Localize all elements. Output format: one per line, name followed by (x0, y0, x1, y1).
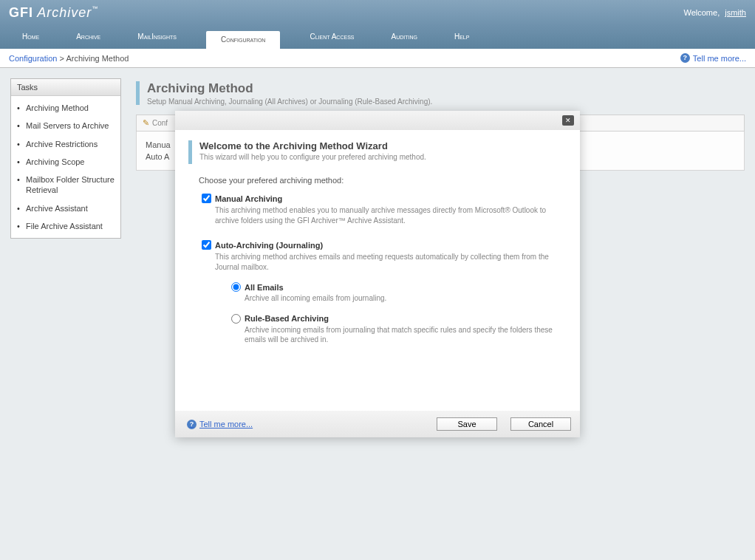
accent-bar (136, 81, 140, 105)
cancel-button[interactable]: Cancel (510, 417, 571, 431)
wizard-titlebar: ✕ (175, 111, 580, 130)
archiving-method-wizard: ✕ Welcome to the Archiving Method Wizard… (175, 111, 580, 437)
help-icon: ? (680, 53, 690, 63)
checkbox-manual-archiving[interactable] (202, 194, 211, 203)
main-nav: Home Archive MailInsights Configuration … (0, 25, 755, 49)
desc-rule-based: Archive incoming emails from journaling … (231, 325, 567, 345)
help-icon: ? (187, 420, 197, 429)
label-all-emails: All Emails (245, 283, 284, 292)
desc-auto-archiving: This archiving method archives emails an… (202, 252, 567, 272)
nav-home[interactable]: Home (15, 30, 47, 44)
sub-option-all-emails: All Emails Archive all incoming emails f… (231, 282, 567, 304)
breadcrumb-root[interactable]: Configuration (9, 54, 57, 63)
sidebar-item-file-archive-assistant[interactable]: File Archive Assistant (11, 217, 120, 235)
sidebar-title: Tasks (11, 79, 120, 96)
logo-brand: GFI (9, 5, 33, 20)
desc-all-emails: Archive all incoming emails from journal… (231, 293, 567, 304)
radio-all-emails[interactable] (231, 282, 241, 292)
sidebar-item-archiving-method[interactable]: Archiving Method (11, 99, 120, 117)
nav-auditing[interactable]: Auditing (383, 30, 424, 44)
wizard-body: Welcome to the Archiving Method Wizard T… (175, 130, 580, 411)
trademark: ™ (92, 5, 98, 12)
desc-manual-archiving: This archiving method enables you to man… (202, 205, 567, 225)
checkbox-auto-archiving[interactable] (202, 240, 211, 250)
label-rule-based: Rule-Based Archiving (245, 314, 329, 323)
nav-configuration[interactable]: Configuration (206, 31, 280, 49)
page-header: Archiving Method Setup Manual Archiving,… (136, 81, 745, 106)
label-auto-archiving: Auto-Archiving (Journaling) (215, 241, 323, 250)
logo-product: Archiver (33, 5, 92, 20)
app-header: GFI Archiver™ Welcome, jsmith (0, 0, 755, 25)
welcome-text: Welcome, jsmith (684, 8, 747, 17)
page-title: Archiving Method (147, 81, 432, 96)
sub-option-rule-based: Rule-Based Archiving Archive incoming em… (231, 314, 567, 345)
breadcrumb-current: Archiving Method (66, 54, 129, 63)
wizard-footer: ? Tell me more... Save Cancel (175, 411, 580, 437)
nav-mailinsights[interactable]: MailInsights (130, 30, 184, 44)
breadcrumb: Configuration > Archiving Method ? Tell … (0, 49, 755, 68)
close-icon[interactable]: ✕ (562, 115, 574, 126)
nav-help[interactable]: Help (447, 30, 476, 44)
wizard-subtitle: This wizard will help you to configure y… (199, 153, 426, 161)
header-tell-me-more-link[interactable]: ? Tell me more... (680, 53, 746, 63)
logo: GFI Archiver™ (9, 5, 98, 21)
username-link[interactable]: jsmith (725, 8, 746, 17)
page-subtitle: Setup Manual Archiving, Journaling (All … (147, 98, 432, 106)
sidebar-item-mail-servers[interactable]: Mail Servers to Archive (11, 117, 120, 134)
wizard-title: Welcome to the Archiving Method Wizard (199, 140, 426, 151)
nav-client-access[interactable]: Client Access (302, 30, 361, 44)
sidebar-item-archive-assistant[interactable]: Archive Assistant (11, 199, 120, 217)
sidebar-item-archive-restrictions[interactable]: Archive Restrictions (11, 135, 120, 153)
sidebar-item-mailbox-folder[interactable]: Mailbox Folder Structure Retrieval (11, 171, 120, 199)
radio-rule-based[interactable] (231, 314, 241, 324)
accent-bar (188, 140, 192, 164)
wizard-tell-me-more-link[interactable]: ? Tell me more... (187, 420, 253, 429)
tasks-sidebar: Tasks Archiving Method Mail Servers to A… (10, 78, 121, 239)
option-auto-archiving: Auto-Archiving (Journaling) This archivi… (199, 240, 567, 345)
save-button[interactable]: Save (437, 417, 497, 431)
wizard-prompt: Choose your prefered archiving method: (199, 176, 567, 185)
pencil-icon: ✎ (143, 118, 149, 128)
option-manual-archiving: Manual Archiving This archiving method e… (199, 194, 567, 225)
sidebar-item-archiving-scope[interactable]: Archiving Scope (11, 153, 120, 171)
label-manual-archiving: Manual Archiving (215, 194, 282, 203)
nav-archive[interactable]: Archive (69, 30, 108, 44)
